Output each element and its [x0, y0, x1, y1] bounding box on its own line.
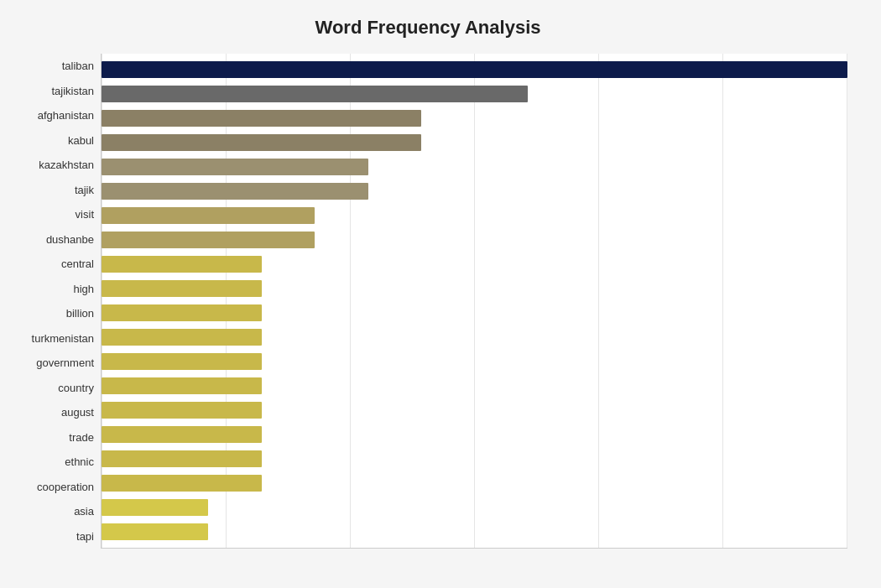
plot-area — [101, 54, 847, 549]
y-label: ethnic — [65, 451, 94, 473]
bar-row — [102, 106, 847, 130]
y-label: central — [61, 253, 94, 275]
chart-area: talibantajikistanafghanistankabulkazakhs… — [8, 54, 847, 549]
bar-row — [102, 325, 847, 350]
y-label: taliban — [62, 55, 94, 77]
y-axis: talibantajikistanafghanistankabulkazakhs… — [8, 54, 101, 549]
chart-title: Word Frequency Analysis — [8, 17, 847, 39]
bar-row — [102, 471, 847, 496]
y-label: country — [58, 377, 94, 398]
y-label: tajik — [75, 179, 94, 200]
bar — [102, 353, 262, 370]
bar — [102, 134, 421, 151]
bar — [102, 183, 368, 200]
y-label: tapi — [76, 525, 94, 547]
y-label: dushanbe — [46, 228, 94, 250]
y-label: tajikistan — [51, 80, 94, 101]
bar-row — [102, 496, 847, 520]
chart-container: Word Frequency Analysis talibantajikista… — [0, 0, 881, 588]
y-label: kazakhstan — [39, 154, 94, 176]
bar-row — [102, 179, 847, 203]
bar — [102, 110, 421, 127]
bar — [102, 61, 847, 78]
bar — [102, 377, 262, 394]
y-label: visit — [76, 204, 94, 226]
bar — [102, 304, 262, 321]
bar-row — [102, 398, 847, 423]
bar — [102, 329, 262, 346]
y-label: afghanistan — [38, 105, 94, 127]
bar-row — [102, 154, 847, 179]
bar-row — [102, 203, 847, 227]
bar-row — [102, 300, 847, 325]
bar — [102, 523, 208, 540]
bar-row — [102, 447, 847, 471]
bar-row — [102, 374, 847, 398]
y-label: billion — [66, 303, 94, 325]
bars-wrapper — [102, 54, 847, 548]
bar-row — [102, 276, 847, 300]
bar-row — [102, 57, 847, 81]
bar-row — [102, 130, 847, 154]
bar-row — [102, 423, 847, 447]
bar-row — [102, 81, 847, 106]
y-label: turkmenistan — [32, 327, 94, 349]
bar — [102, 159, 368, 175]
y-label: august — [61, 402, 94, 424]
y-label: asia — [74, 501, 94, 523]
bar — [102, 232, 315, 248]
bar-row — [102, 350, 847, 374]
y-label: kabul — [68, 129, 94, 151]
bar-row — [102, 520, 847, 544]
bar — [102, 499, 208, 516]
bar — [102, 426, 262, 443]
y-label: cooperation — [37, 476, 94, 497]
bar — [102, 86, 528, 102]
bar — [102, 256, 262, 273]
bar-row — [102, 227, 847, 252]
y-label: high — [73, 278, 94, 299]
y-label: trade — [69, 426, 94, 448]
bar — [102, 207, 315, 224]
bar — [102, 402, 262, 419]
bar — [102, 450, 262, 467]
bar — [102, 280, 262, 297]
bar-row — [102, 252, 847, 276]
y-label: government — [36, 352, 94, 374]
bar — [102, 475, 262, 492]
